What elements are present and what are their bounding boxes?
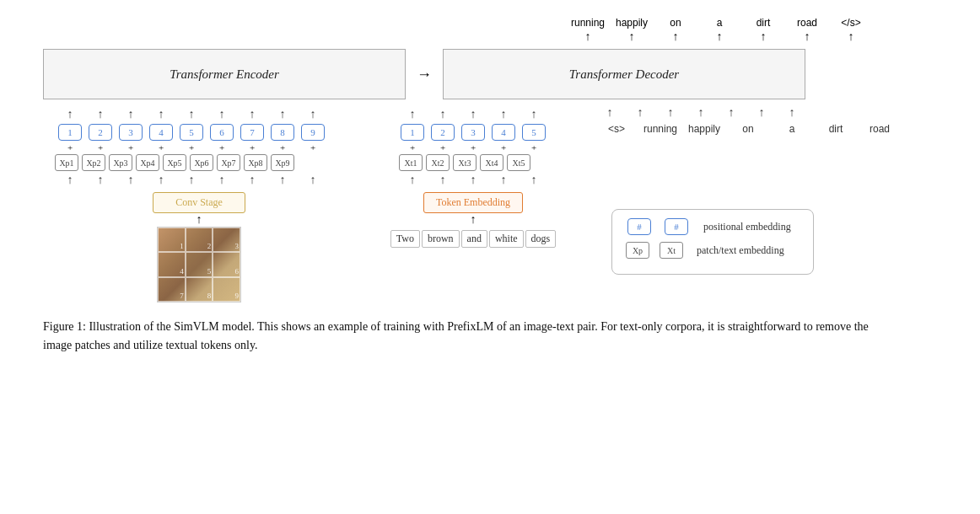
dec-out-arrow-5: ↑	[741, 30, 785, 44]
token-embed-label: Token Embedding	[436, 196, 510, 208]
encoder-decoder-arrow: →	[406, 49, 443, 99]
encoder-box: Transformer Encoder	[43, 49, 406, 99]
dec-out-arrow-2: ↑	[610, 30, 654, 44]
dec-out-token-dirt: dirt	[741, 17, 785, 29]
dec-out-arrow-4: ↑	[697, 30, 741, 44]
encoder-text-patch-tokens: Xt1 Xt2 Xt3 Xt4 Xt5	[397, 154, 532, 171]
legend-pos-token-1: #	[627, 218, 651, 235]
dec-out-token-road: road	[785, 17, 829, 29]
encoder-plus-row: + + + + + + + + +	[55, 142, 328, 153]
legend-pos-token-2: #	[665, 218, 688, 235]
dec-out-token-a: a	[697, 17, 741, 29]
legend-pos-embedding-row: # # positional embedding	[624, 218, 801, 235]
encoder-patch-arrows-down: ↑ ↑ ↑ ↑ ↑ ↑ ↑ ↑ ↑	[55, 174, 328, 187]
encoder-label: Transformer Encoder	[170, 67, 279, 82]
encoder-pos-arrows: ↑ ↑ ↑ ↑ ↑ ↑ ↑ ↑ ↑	[55, 108, 328, 121]
token-embed-box: Token Embedding	[423, 192, 523, 213]
encoder-text-plus-row: + + + + +	[397, 142, 549, 153]
legend-patch-embedding-row: Xp Xt patch/text embedding	[624, 242, 801, 259]
dec-out-token-running: running	[566, 17, 610, 29]
decoder-label: Transformer Decoder	[569, 67, 679, 82]
decoder-pos-arrows: ↑ ↑ ↑ ↑ ↑ ↑ ↑	[595, 106, 807, 120]
conv-stage-label: Conv Stage	[175, 196, 223, 208]
decoder-box: Transformer Decoder	[443, 49, 805, 99]
encoder-text-pos-tokens: 1 2 3 4 5	[397, 124, 549, 141]
legend-patch-token-2: Xt	[660, 242, 683, 259]
dec-out-token-happily: happily	[610, 17, 654, 29]
legend-patch-embed-label: patch/text embedding	[697, 244, 784, 257]
decoder-input-tokens: <s> running happily on a dirt road	[595, 123, 902, 135]
encoder-text-pos-arrows: ↑ ↑ ↑ ↑ ↑	[397, 108, 549, 121]
legend-box: # # positional embedding Xp Xt patch/tex…	[611, 209, 814, 275]
diagram-wrapper: running happily on a dirt road </s> ↑ ↑ …	[43, 17, 937, 356]
encoder-text-patch-arrows-down: ↑ ↑ ↑ ↑ ↑	[397, 174, 549, 187]
dec-out-arrow-1: ↑	[566, 30, 610, 44]
figure-caption: Figure 1: Illustration of the SimVLM mod…	[43, 318, 870, 356]
legend-pos-embed-label: positional embedding	[703, 221, 791, 233]
dog-image-grid: 1 2 3 4 5 6 7 8 9	[157, 227, 241, 303]
conv-stage-box: Conv Stage	[153, 192, 245, 213]
dec-out-arrow-3: ↑	[654, 30, 697, 44]
dec-out-arrow-7: ↑	[829, 30, 873, 44]
decoder-section: ↑ ↑ ↑ ↑ ↑ ↑ ↑ <s> running happily on a d…	[586, 104, 902, 137]
dec-out-token-eos: </s>	[829, 17, 873, 29]
dec-out-token-on: on	[654, 17, 697, 29]
legend-patch-token-1: Xp	[626, 242, 649, 259]
encoder-image-pos-tokens: 1 2 3 4 5 6 7 8 9	[55, 124, 328, 141]
conv-stage-arrow-up: ↑	[197, 213, 202, 227]
encoder-patch-tokens: Xp1 Xp2 Xp3 Xp4 Xp5 Xp6 Xp7 Xp8 Xp9	[53, 154, 296, 171]
token-embed-arrow: ↑	[471, 213, 477, 227]
input-words-row: Two brown and white dogs	[390, 230, 557, 248]
dec-out-arrow-6: ↑	[785, 30, 829, 44]
